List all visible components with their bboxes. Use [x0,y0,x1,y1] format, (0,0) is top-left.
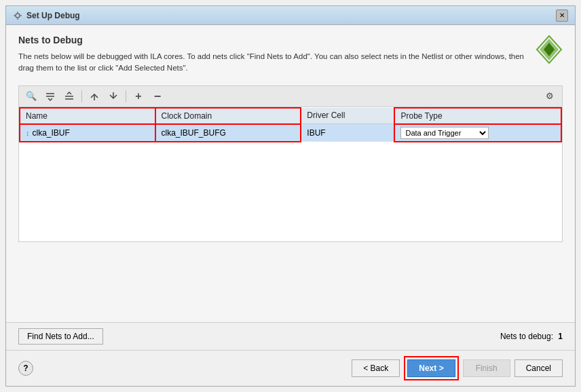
finish-button: Finish [463,359,510,377]
move-down-button[interactable] [105,89,121,104]
nav-bar: ? < Back Next > Finish Cancel [6,350,575,386]
logo-area [536,35,563,68]
table-header-row: Name Clock Domain Driver Cell Probe Type [20,108,561,124]
net-icon: ↕ [26,129,30,137]
back-button[interactable]: < Back [352,359,400,377]
nets-table: Name Clock Domain Driver Cell Probe Type [19,107,562,142]
close-button[interactable]: ✕ [556,9,568,22]
cancel-button[interactable]: Cancel [514,359,563,377]
help-button[interactable]: ? [18,361,33,376]
find-nets-button[interactable]: Find Nets to Add... [18,328,103,345]
cell-probe-type[interactable]: Data and Trigger Data Only Trigger Only [394,124,561,142]
probe-type-select[interactable]: Data and Trigger Data Only Trigger Only [400,127,489,139]
col-probe-type: Probe Type [394,108,561,124]
toolbar-sep-1 [81,90,82,102]
title-bar: Set Up Debug ✕ [6,6,575,25]
settings-button[interactable]: ⚙ [542,89,558,104]
nets-count-value: 1 [558,332,563,341]
nav-buttons: < Back Next > Finish Cancel [352,356,563,380]
xilinx-logo [536,35,563,66]
expand-all-button[interactable] [61,89,77,104]
nets-count-label: Nets to debug: [500,332,553,341]
col-clock-domain: Clock Domain [155,108,301,124]
cell-driver-cell: IBUF [301,124,394,142]
nets-count-area: Nets to debug: 1 [500,332,563,341]
cell-name: ↕ clka_IBUF [20,124,155,142]
remove-net-button[interactable]: − [149,89,166,104]
search-button[interactable]: 🔍 [23,89,39,104]
collapse-all-button[interactable] [42,89,58,104]
table-row[interactable]: ↕ clka_IBUF clka_IBUF_BUFG IBUF Data and… [20,124,561,142]
title-bar-left: Set Up Debug [13,11,80,20]
svg-point-0 [16,14,20,18]
next-button-highlight: Next > [404,356,458,380]
next-button[interactable]: Next > [407,359,455,377]
help-area: ? [18,361,33,376]
main-content: Nets to Debug The nets below will be deb… [6,25,575,322]
nets-table-container: Name Clock Domain Driver Cell Probe Type [18,106,563,242]
setup-debug-dialog: Set Up Debug ✕ Nets to Debug The nets be… [5,5,576,387]
col-name: Name [20,108,155,124]
nets-toolbar: 🔍 + − ⚙ [18,85,563,106]
add-net-button[interactable]: + [130,89,147,104]
cell-clock-domain: clka_IBUF_BUFG [155,124,301,142]
col-driver-cell: Driver Cell [301,108,394,124]
row-name-value: clka_IBUF [33,128,70,138]
move-up-button[interactable] [86,89,102,104]
description-text: The nets below will be debugged with ILA… [18,51,527,75]
toolbar-sep-2 [126,90,126,102]
footer-bar: Find Nets to Add... Nets to debug: 1 [6,322,575,350]
dialog-title-icon [13,11,22,20]
dialog-title: Set Up Debug [26,11,80,20]
section-title: Nets to Debug [18,35,527,45]
